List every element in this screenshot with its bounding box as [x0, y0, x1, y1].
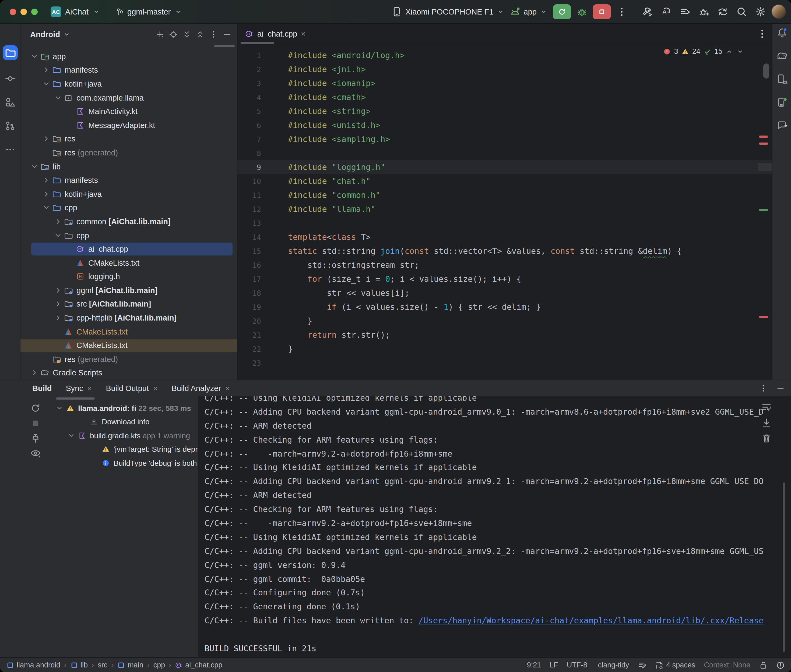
tree-item-res[interactable]: res	[21, 132, 237, 146]
rerun-button[interactable]	[553, 4, 571, 19]
expand-all-icon[interactable]	[183, 30, 191, 39]
chevron-right-icon[interactable]	[42, 190, 51, 198]
code-line-11[interactable]: 11#include "common.h"	[237, 188, 772, 202]
breadcrumb-cpp[interactable]: cpp	[153, 661, 165, 669]
build-tab-sync[interactable]: Sync×	[66, 384, 92, 393]
tree-item-lib[interactable]: lib	[21, 160, 237, 173]
breadcrumb-ai-chat-cpp[interactable]: Cai_chat.cpp	[175, 661, 222, 669]
branch-selector[interactable]: ggml-master	[127, 7, 171, 16]
close-tab-icon[interactable]: ×	[87, 384, 92, 393]
tool-strip-resource-manager[interactable]	[5, 97, 16, 107]
breadcrumb-llama-android[interactable]: llama.android	[6, 661, 60, 669]
chevron-right-icon[interactable]	[54, 286, 63, 295]
tab-ai-chat-cpp[interactable]: C ai_chat.cpp ×	[237, 24, 312, 43]
ok-stripe-mark[interactable]	[759, 209, 768, 211]
tree-item-app[interactable]: app	[21, 50, 237, 63]
tool-strip-pull-requests[interactable]	[5, 120, 16, 131]
locate-file-icon[interactable]	[169, 30, 178, 39]
build-tab-build-analyzer[interactable]: Build Analyzer×	[172, 384, 229, 393]
build-item-build-gradle-kts[interactable]: build.gradle.kts app 1 warning	[46, 429, 198, 442]
code-line-15[interactable]: 15static std::string join(const std::vec…	[237, 244, 772, 258]
breadcrumb-main[interactable]: main	[117, 661, 143, 669]
error-stripe-mark[interactable]	[759, 316, 768, 318]
chevron-down-icon[interactable]	[42, 80, 51, 88]
chevron-down-icon[interactable]	[55, 404, 64, 412]
build-tab-build-output[interactable]: Build Output×	[106, 384, 157, 393]
close-tab-icon[interactable]: ×	[225, 384, 229, 393]
build-item-buildtype-debug-is-both-de[interactable]: BuildType 'debug' is both de	[46, 456, 198, 470]
tree-item-kotlin-java[interactable]: kotlin+java	[21, 187, 237, 201]
tree-item-cpp[interactable]: cpp	[21, 201, 237, 214]
stop-build-icon[interactable]	[30, 418, 41, 429]
close-tab-icon[interactable]: ×	[153, 384, 157, 393]
chevron-down-icon[interactable]	[54, 93, 63, 102]
tree-item-gradle-scripts[interactable]: Gradle Scripts	[21, 366, 237, 380]
tool-strip-running-devices[interactable]	[777, 97, 788, 107]
add-icon[interactable]	[156, 30, 164, 39]
tree-item-manifests[interactable]: manifests	[21, 173, 237, 187]
editor-options-button[interactable]	[757, 29, 768, 39]
chevron-down-icon[interactable]	[54, 231, 63, 240]
tool-strip-device-manager[interactable]	[777, 74, 788, 85]
tree-item-manifests[interactable]: manifests	[21, 63, 237, 77]
tree-item-ggml[interactable]: ggml [AiChat.lib.main]	[21, 283, 237, 297]
run-configuration-selector[interactable]: app	[510, 6, 547, 17]
chevron-down-icon[interactable]	[30, 52, 39, 61]
tree-item-cpp[interactable]: cpp	[21, 228, 237, 242]
tree-item-res-generated[interactable]: res (generated)	[21, 146, 237, 160]
tool-strip-notifications[interactable]	[777, 27, 788, 38]
zoom-window-button[interactable]	[31, 9, 38, 15]
panel-options-icon[interactable]	[209, 30, 218, 39]
tree-item-ai-chat-cpp[interactable]: Cai_chat.cpp	[21, 242, 237, 256]
tree-item-src[interactable]: src [AiChat.lib.main]	[21, 297, 237, 311]
breadcrumb-src[interactable]: src	[98, 661, 107, 669]
soft-wrap-icon[interactable]	[761, 402, 772, 413]
build-item-llama-android-fi[interactable]: llama.android: fi 22 sec, 583 ms	[46, 401, 198, 415]
chevron-right-icon[interactable]	[54, 217, 63, 226]
search-icon[interactable]	[736, 6, 747, 17]
chevron-right-icon[interactable]	[42, 135, 51, 143]
code-line-3[interactable]: 3#include <iomanip>	[237, 76, 772, 90]
console-line-link[interactable]: C/C++: -- Build files have been written …	[198, 614, 791, 629]
tree-item-cmakelists-txt[interactable]: CMakeLists.txt	[21, 256, 237, 270]
code-line-9[interactable]: 9#include "logging.h"	[237, 160, 772, 174]
tab-scrollbar-thumb[interactable]	[241, 42, 274, 44]
code-line-22[interactable]: 22}	[237, 342, 772, 356]
stop-button[interactable]	[593, 4, 611, 19]
settings-icon[interactable]	[755, 6, 766, 17]
build-options-button[interactable]	[759, 384, 768, 393]
tree-item-cmakelists-txt[interactable]: CMakeLists.txt	[21, 339, 237, 352]
ai-actions-icon[interactable]: A	[661, 6, 672, 17]
chevron-right-icon[interactable]	[42, 176, 51, 184]
error-stripe-mark[interactable]	[759, 142, 768, 145]
code-line-4[interactable]: 4#include <cmath>	[237, 90, 772, 104]
tree-item-kotlin-java[interactable]: kotlin+java	[21, 77, 237, 91]
chevron-right-icon[interactable]	[54, 300, 63, 309]
tree-scrollbar-thumb[interactable]	[214, 45, 235, 47]
tree-item-mainactivity-kt[interactable]: MainActivity.kt	[21, 105, 237, 118]
code-line-19[interactable]: 19 if (i < values.size() - 1) { str << d…	[237, 300, 772, 314]
tool-strip-project[interactable]	[3, 45, 18, 60]
clear-all-icon[interactable]	[761, 433, 772, 444]
project-view-selector[interactable]: Android	[30, 30, 60, 39]
hide-build-panel-button[interactable]	[776, 384, 785, 393]
code-line-12[interactable]: 12#include "llama.h"	[237, 202, 772, 216]
prev-problem-icon[interactable]	[725, 48, 733, 55]
status-encoding[interactable]: UTF-8	[567, 661, 587, 669]
project-selector[interactable]: AiChat	[65, 7, 88, 16]
build-tab-scroll-thumb[interactable]	[56, 397, 95, 400]
code-line-7[interactable]: 7#include <sampling.h>	[237, 132, 772, 146]
rerun-build-icon[interactable]	[30, 403, 41, 414]
next-problem-icon[interactable]	[736, 48, 744, 55]
chevron-right-icon[interactable]	[30, 369, 39, 377]
breadcrumb-lib[interactable]: lib	[70, 661, 88, 669]
tree-item-cpp-httplib[interactable]: cpp-httplib [AiChat.lib.main]	[21, 311, 237, 325]
hide-panel-icon[interactable]	[223, 30, 231, 39]
pin-tab-icon[interactable]	[30, 433, 41, 444]
code-line-2[interactable]: 2#include <jni.h>	[237, 62, 772, 76]
chevron-down-icon[interactable]	[67, 432, 75, 440]
status-context[interactable]: Context: None	[704, 661, 750, 669]
status-code-style[interactable]	[638, 661, 646, 669]
user-avatar[interactable]	[771, 4, 786, 19]
tree-item-cmakelists-txt[interactable]: CMakeLists.txt	[21, 325, 237, 339]
